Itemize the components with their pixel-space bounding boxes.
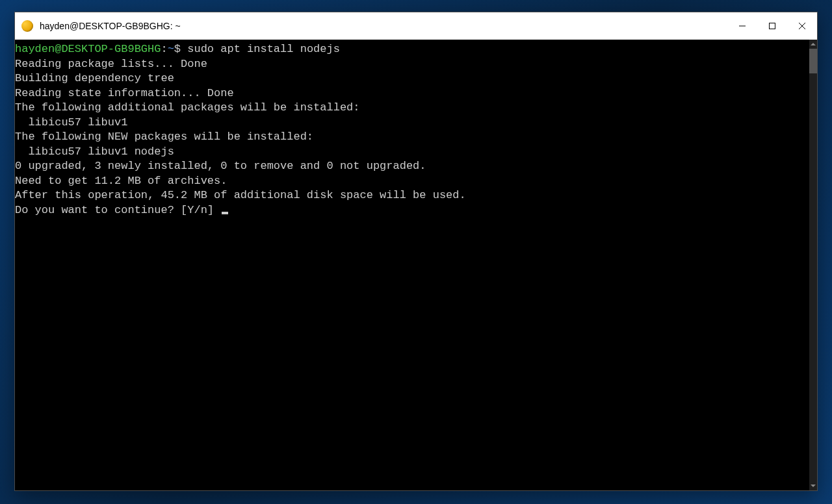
chevron-up-icon [811,42,816,47]
scroll-thumb[interactable] [809,49,817,73]
output-line: Do you want to continue? [Y/n] [15,204,220,216]
vertical-scrollbar[interactable] [809,40,817,490]
scroll-up-button[interactable] [809,40,817,49]
output-line: The following additional packages will b… [15,101,360,114]
window-controls [727,12,817,40]
output-line: Need to get 11.2 MB of archives. [15,175,227,187]
scroll-down-button[interactable] [809,481,817,490]
close-button[interactable] [787,12,817,40]
output-line: The following NEW packages will be insta… [15,131,313,143]
close-icon [798,22,806,30]
output-line: libicu57 libuv1 nodejs [15,145,174,158]
terminal-cursor [222,212,228,214]
output-line: After this operation, 45.2 MB of additio… [15,189,466,201]
prompt-separator: : [161,43,167,55]
terminal-window: hayden@DESKTOP-GB9BGHG: ~ hayden@DESKTOP… [14,12,818,491]
minimize-icon [738,22,746,30]
output-line: libicu57 libuv1 [15,116,127,129]
minimize-button[interactable] [727,12,757,40]
output-line: Reading package lists... Done [15,58,207,70]
output-line: 0 upgraded, 3 newly installed, 0 to remo… [15,160,426,172]
tux-icon [21,20,33,32]
maximize-button[interactable] [757,12,787,40]
prompt-symbol: $ [174,43,181,55]
window-title: hayden@DESKTOP-GB9BGHG: ~ [40,21,727,31]
svg-rect-1 [770,23,775,29]
maximize-icon [768,22,776,30]
chevron-down-icon [811,483,816,488]
output-line: Reading state information... Done [15,87,234,99]
prompt-user-host: hayden@DESKTOP-GB9BGHG [15,43,161,55]
terminal-body[interactable]: hayden@DESKTOP-GB9BGHG:~$ sudo apt insta… [15,40,817,490]
command-text: sudo apt install nodejs [187,43,340,55]
titlebar[interactable]: hayden@DESKTOP-GB9BGHG: ~ [15,12,817,40]
terminal-content[interactable]: hayden@DESKTOP-GB9BGHG:~$ sudo apt insta… [15,40,809,490]
output-line: Building dependency tree [15,72,174,84]
prompt-path: ~ [168,43,174,55]
